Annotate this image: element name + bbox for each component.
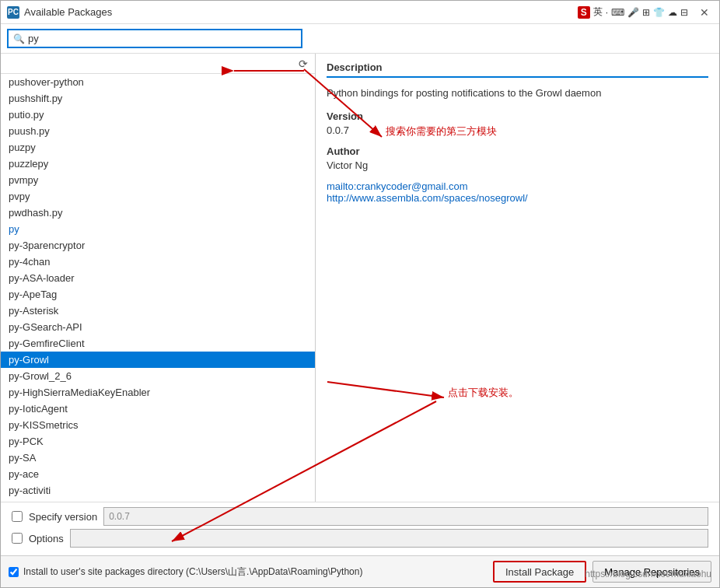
description-text: Python bindings for posting notification… — [327, 86, 708, 101]
list-item[interactable]: pushshift.py — [1, 90, 315, 107]
list-item[interactable]: py-4chan — [1, 254, 315, 270]
list-item[interactable]: py-SA — [1, 450, 315, 466]
list-item[interactable]: py-IoticAgent — [1, 401, 315, 417]
watermark: https://blog.csdn.net/mdxiaohu — [585, 569, 711, 579]
specify-version-row: Specify version — [12, 507, 708, 526]
mic-icon[interactable]: 🎤 — [627, 7, 639, 18]
list-item[interactable]: py-ApeTag — [1, 286, 315, 303]
version-value: 0.0.7 — [327, 124, 708, 136]
window-title: Available Packages — [24, 6, 112, 18]
list-item[interactable]: putio.py — [1, 107, 315, 123]
list-item[interactable]: pushover-python — [1, 74, 315, 90]
options-label: Options — [29, 533, 64, 544]
list-item[interactable]: py-Growl — [1, 352, 315, 368]
list-item[interactable]: py-GSearch-API — [1, 319, 315, 335]
bottom-options: Specify version Options — [1, 502, 719, 555]
list-item[interactable]: py-PCK — [1, 433, 315, 450]
options-row: Options — [12, 529, 708, 548]
list-item[interactable]: puzpy — [1, 139, 315, 156]
close-button[interactable]: ✕ — [696, 4, 713, 21]
list-item[interactable]: puzzlepy — [1, 156, 315, 172]
main-window: PC Available Packages S 英 · ⌨ 🎤 ⊞ 👕 ☁ ⊟ … — [0, 0, 720, 588]
sougou-icon: S — [578, 6, 590, 19]
main-content: ⟳ pushover-pythonpushshift.pyputio.pypuu… — [1, 54, 719, 502]
description-tab: Description — [327, 61, 708, 78]
list-item[interactable]: py-ace — [1, 466, 315, 482]
title-bar: PC Available Packages S 英 · ⌨ 🎤 ⊞ 👕 ☁ ⊟ … — [1, 1, 719, 24]
list-item[interactable]: py-KISSmetrics — [1, 417, 315, 433]
install-package-button[interactable]: Install Package — [493, 561, 586, 583]
search-wrapper: 🔍 — [7, 29, 302, 48]
options-checkbox[interactable] — [12, 533, 23, 544]
website-link[interactable]: http://www.assembla.com/spaces/nosegrowl… — [327, 192, 708, 204]
cloud-icon[interactable]: ☁ — [668, 7, 677, 18]
list-item[interactable]: py-3parencryptor — [1, 237, 315, 254]
lang-label: 英 — [593, 5, 603, 19]
list-item[interactable]: py-GemfireClient — [1, 335, 315, 352]
specify-version-checkbox[interactable] — [12, 511, 23, 522]
install-path-text: Install to user's site packages director… — [23, 565, 362, 579]
settings-icon[interactable]: ⊞ — [642, 7, 650, 18]
version-input[interactable] — [103, 507, 708, 526]
search-icon: 🔍 — [13, 33, 25, 44]
list-header: ⟳ — [1, 54, 315, 74]
list-item[interactable]: py-Asterisk — [1, 303, 315, 319]
list-item[interactable]: pvmpy — [1, 172, 315, 188]
list-item[interactable]: puush.py — [1, 123, 315, 139]
install-to-user-checkbox[interactable] — [9, 567, 19, 577]
title-bar-left: PC Available Packages — [7, 6, 112, 19]
package-list: pushover-pythonpushshift.pyputio.pypuush… — [1, 74, 315, 502]
list-item[interactable]: pvpy — [1, 188, 315, 205]
sougou-toolbar: S 英 · ⌨ 🎤 ⊞ 👕 ☁ ⊟ — [578, 5, 688, 19]
email-link[interactable]: mailto:crankycoder@gmail.com — [327, 180, 708, 192]
menu-icon[interactable]: ⊟ — [680, 7, 688, 18]
list-item[interactable]: py — [1, 221, 315, 237]
window-controls: ✕ — [696, 4, 713, 21]
options-input[interactable] — [70, 529, 708, 548]
list-item[interactable]: py-activiti — [1, 482, 315, 499]
specify-version-label: Specify version — [29, 511, 97, 523]
search-input[interactable] — [28, 33, 296, 44]
version-label: Version — [327, 110, 708, 122]
list-item[interactable]: py-ASA-loader — [1, 270, 315, 286]
description-panel: Description Python bindings for posting … — [316, 54, 719, 502]
keyboard-icon[interactable]: ⌨ — [611, 7, 624, 18]
refresh-button[interactable]: ⟳ — [295, 55, 312, 72]
list-item[interactable]: py-HighSierraMediaKeyEnabler — [1, 384, 315, 401]
search-bar: 🔍 — [1, 24, 719, 54]
package-list-panel: ⟳ pushover-pythonpushshift.pyputio.pypuu… — [1, 54, 316, 502]
install-checkbox-row: Install to user's site packages director… — [9, 565, 493, 579]
author-value: Victor Ng — [327, 159, 708, 171]
window-icon: PC — [7, 6, 19, 19]
list-item[interactable]: pwdhash.py — [1, 205, 315, 221]
list-item[interactable]: py-Growl_2_6 — [1, 368, 315, 384]
skin-icon[interactable]: 👕 — [653, 7, 665, 18]
author-label: Author — [327, 145, 708, 157]
toolbar-icon-1: · — [606, 7, 608, 18]
